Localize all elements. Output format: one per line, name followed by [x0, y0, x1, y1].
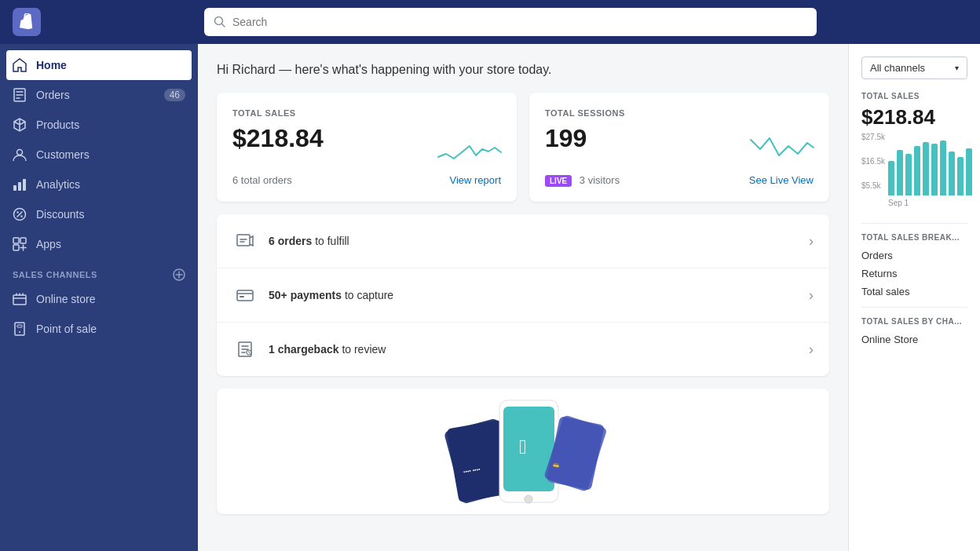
sidebar-item-home[interactable]: Home	[6, 50, 192, 80]
chart-bar	[905, 154, 912, 195]
online-store-icon	[13, 292, 27, 306]
svg-point-15	[19, 331, 20, 333]
breakdown-label: TOTAL SALES BREAK...	[861, 233, 967, 242]
svg-rect-6	[23, 179, 26, 191]
svg-rect-5	[18, 182, 21, 191]
action-rest-payments: to capture	[342, 289, 393, 301]
chargeback-icon	[236, 340, 254, 359]
breakdown-total[interactable]: Total sales	[861, 283, 967, 301]
sidebar-item-analytics[interactable]: Analytics	[0, 170, 198, 199]
svg-rect-13	[15, 323, 24, 335]
customers-icon	[13, 148, 27, 162]
stats-cards-row: TOTAL SALES $218.84 6 total orders View …	[217, 93, 829, 202]
payments-icon	[236, 286, 254, 305]
bar-chart	[888, 133, 972, 195]
orders-badge: 46	[164, 89, 185, 101]
live-badge: LIVE	[545, 175, 572, 187]
search-input[interactable]	[232, 16, 807, 28]
total-orders-text: 6 total orders	[232, 174, 292, 186]
action-item-chargeback[interactable]: 1 chargeback to review ›	[217, 323, 829, 376]
sidebar-item-point-of-sale[interactable]: Point of sale	[0, 314, 198, 344]
chart-container: $27.5k $16.5k $5.5k Sep 1	[861, 133, 967, 217]
view-report-link[interactable]: View report	[449, 174, 501, 186]
chart-bar	[949, 151, 955, 195]
channel-selector-chevron: ▾	[955, 64, 959, 72]
fulfill-icon	[236, 232, 254, 250]
svg-point-3	[17, 150, 23, 155]
apps-icon	[13, 237, 27, 251]
divider-2	[861, 307, 967, 308]
home-icon	[13, 58, 27, 72]
sidebar-item-label: Analytics	[36, 178, 80, 191]
total-sessions-value: 199	[545, 124, 587, 153]
action-text-chargeback: 1 chargeback to review	[269, 343, 798, 356]
discounts-icon	[13, 207, 27, 221]
action-list: 6 orders to fulfill › 50+ payments to ca…	[217, 214, 829, 376]
sidebar-item-label: Online store	[36, 293, 95, 305]
search-bar[interactable]	[204, 8, 817, 36]
sidebar-item-label: Apps	[36, 238, 61, 250]
sales-channels-section: SALES CHANNELS	[0, 259, 198, 284]
action-item-payments[interactable]: 50+ payments to capture ›	[217, 268, 829, 323]
total-sessions-sparkline	[751, 124, 814, 162]
action-text-payments: 50+ payments to capture	[269, 289, 798, 301]
action-rest-chargeback: to review	[339, 343, 386, 356]
svg-rect-10	[13, 245, 19, 250]
breakdown-returns-label: Returns	[861, 268, 898, 279]
main-layout: Home Orders 46 Products Customers	[0, 44, 980, 551]
breakdown-total-label: Total sales	[861, 286, 909, 297]
chart-bar	[897, 150, 903, 195]
breakdown-orders-label: Orders	[861, 250, 893, 261]
by-channel-label: TOTAL SALES BY CHA...	[861, 317, 967, 326]
svg-rect-9	[20, 238, 26, 243]
sales-channels-label: SALES CHANNELS	[13, 270, 97, 279]
sidebar-item-apps[interactable]: Apps	[0, 229, 198, 259]
products-icon	[13, 118, 27, 132]
top-navigation	[0, 0, 980, 44]
action-item-fulfill[interactable]: 6 orders to fulfill ›	[217, 214, 829, 268]
right-total-sales-label: TOTAL SALES	[861, 92, 967, 100]
orders-icon	[13, 88, 27, 102]
total-sales-value: $218.84	[232, 124, 324, 153]
total-sales-sparkline	[438, 124, 501, 162]
breakdown-returns[interactable]: Returns	[861, 265, 967, 283]
total-sessions-label: TOTAL SESSIONS	[545, 108, 814, 118]
total-sessions-card: TOTAL SESSIONS 199 LIVE 3 visitors See L…	[529, 93, 829, 202]
add-channel-icon[interactable]	[173, 268, 185, 281]
see-live-view-link[interactable]: See Live View	[749, 174, 814, 186]
by-channel-online-label: Online Store	[861, 334, 918, 345]
svg-point-26	[525, 495, 532, 503]
sidebar-item-discounts[interactable]: Discounts	[0, 199, 198, 229]
sidebar-item-customers[interactable]: Customers	[0, 140, 198, 170]
shopify-logo[interactable]	[13, 8, 41, 36]
action-text-fulfill: 6 orders to fulfill	[269, 235, 798, 247]
chevron-right-icon: ›	[809, 233, 814, 250]
total-sessions-footer: LIVE 3 visitors See Live View	[545, 174, 814, 186]
sidebar-item-online-store[interactable]: Online store	[0, 284, 198, 314]
channel-selector[interactable]: All channels ▾	[861, 57, 967, 79]
sidebar-item-label: Home	[36, 59, 67, 71]
payments-icon-wrap	[232, 283, 258, 308]
fulfill-icon-wrap	[232, 228, 258, 254]
svg-rect-17	[237, 290, 253, 301]
bars-area: Sep 1	[888, 133, 972, 217]
greeting-text: Hi Richard — here's what's happening wit…	[217, 63, 829, 77]
sidebar-item-products[interactable]: Products	[0, 110, 198, 140]
phone-illustration: •••• ••••  💳	[429, 392, 617, 510]
breakdown-orders[interactable]: Orders	[861, 246, 967, 265]
by-channel-online[interactable]: Online Store	[861, 330, 967, 348]
divider-1	[861, 223, 967, 224]
chargeback-icon-wrap	[232, 337, 258, 362]
axis-label-bot: $5.5k	[861, 181, 885, 190]
total-sales-card: TOTAL SALES $218.84 6 total orders View …	[217, 93, 517, 202]
sidebar-item-label: Customers	[36, 148, 90, 161]
chart-bar	[966, 148, 972, 195]
total-sales-footer: 6 total orders View report	[232, 174, 501, 186]
action-bold-payments: 50+ payments	[269, 289, 342, 301]
total-sales-body: $218.84	[232, 124, 501, 162]
chart-axis-labels: $27.5k $16.5k $5.5k	[861, 133, 885, 213]
chart-bar	[931, 144, 938, 195]
svg-rect-8	[13, 238, 19, 243]
promo-card: •••• ••••  💳	[217, 389, 829, 514]
sidebar-item-orders[interactable]: Orders 46	[0, 80, 198, 110]
